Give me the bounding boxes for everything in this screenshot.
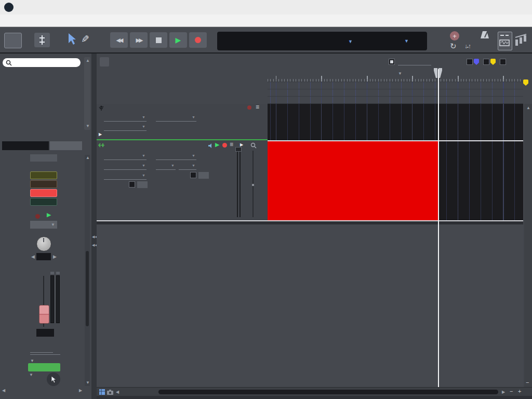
conductor-expand-icon[interactable]: ▶ [99, 132, 102, 137]
automation-record-icon[interactable] [35, 214, 40, 219]
sequence-editor-view-button[interactable] [498, 32, 512, 50]
edit-layer-button[interactable] [100, 57, 109, 66]
play-button[interactable]: ▶ [169, 32, 187, 48]
h-zoom-in-button[interactable]: + [518, 388, 521, 394]
audio-input-dropdown[interactable]: ▼ [156, 152, 196, 160]
audio-record-icon[interactable] [222, 143, 227, 148]
grid-snap-checkbox[interactable] [389, 59, 395, 65]
search-box[interactable] [3, 58, 81, 67]
pan-value[interactable] [36, 253, 51, 260]
fader-tool-button[interactable] [34, 33, 50, 47]
vertical-zoom-minus[interactable]: − [526, 379, 529, 385]
pencil-tool-button[interactable]: ✎ [81, 33, 89, 45]
panel-divider[interactable]: ◀◀ ◀◀ [91, 54, 97, 399]
strip-track-name-button[interactable] [28, 363, 60, 371]
playhead-line[interactable] [438, 69, 439, 387]
vertical-scrollbar[interactable]: ▲ [524, 104, 532, 387]
zoom-magnifier-icon[interactable] [250, 142, 257, 149]
fader-handle[interactable] [39, 305, 49, 324]
rewind-button[interactable]: ◀◀ [110, 32, 128, 48]
output-dropdown[interactable]: ▼ [30, 345, 59, 364]
strip-scroll-down-icon[interactable]: ▼ [86, 381, 90, 385]
daw-window: ✎ ◀◀ ▶▶ ▶ ▼ ▼ + ↻ ↓•↑ [0, 0, 532, 399]
h-scroll-right-icon[interactable]: ▶ [502, 390, 505, 394]
strip-scrollbar[interactable]: ▲ ▼ [85, 155, 90, 386]
stop-button[interactable] [150, 32, 167, 48]
pan-right-arrow-icon[interactable]: ▶ [53, 254, 57, 259]
tool-cursor-badge[interactable] [47, 373, 60, 386]
fast-forward-button[interactable]: ▶▶ [130, 32, 148, 48]
monitor-speaker-icon[interactable] [208, 143, 214, 149]
audio-soundbite[interactable] [268, 141, 438, 220]
monitor-input-field[interactable] [30, 354, 60, 355]
transpose-checkbox[interactable] [190, 172, 196, 178]
measure-ruler[interactable] [268, 69, 523, 76]
audio-play-icon[interactable]: ▶ [215, 141, 219, 148]
midi-editor-view-button[interactable] [514, 33, 528, 50]
tree-scrollbar[interactable]: ▲ ▼ [84, 57, 90, 130]
track-volume-fader[interactable] [237, 147, 241, 217]
conductor-grid-band[interactable] [268, 82, 523, 104]
audio-take-dropdown[interactable]: ▼ [104, 172, 147, 180]
tempo-caret[interactable]: ▼ [404, 38, 409, 44]
rec-button[interactable] [30, 189, 57, 197]
punch-in-out-button[interactable]: ↓•↑ [464, 43, 471, 50]
conductor-meter-dropdown[interactable]: ▼ [104, 114, 147, 122]
metronome-button[interactable] [480, 31, 489, 42]
track-name-caret[interactable]: ▼ [29, 373, 33, 377]
detune-value[interactable] [137, 181, 148, 188]
strip-scroll-left-icon[interactable]: ◀ [2, 389, 5, 393]
conductor-icon [99, 105, 104, 111]
strip-scrollbar-thumb[interactable] [86, 251, 89, 326]
strip-scroll-up-icon[interactable]: ▲ [86, 156, 90, 160]
track-zoom-thumb[interactable] [252, 184, 254, 186]
loop-button[interactable]: ↻ [450, 42, 457, 51]
tree-scroll-up-icon[interactable]: ▲ [86, 59, 90, 63]
pan-knob[interactable] [36, 236, 51, 251]
pan-left-arrow-icon[interactable]: ◀ [31, 254, 35, 259]
record-button[interactable] [189, 32, 207, 48]
tab-master[interactable] [50, 141, 82, 150]
transpose-value[interactable] [198, 172, 209, 179]
audio-insert-dropdown[interactable]: ▼ [179, 162, 196, 170]
volume-value[interactable] [36, 329, 54, 337]
tab-channel-strip[interactable] [2, 141, 49, 150]
audio-expand-icon[interactable]: ▶ [240, 142, 243, 147]
track-fader-handle[interactable] [235, 147, 242, 152]
empty-track-area[interactable] [97, 224, 523, 387]
marker-yellow-checkbox[interactable] [483, 59, 489, 65]
strip-scroll-right-icon[interactable]: ▶ [79, 389, 82, 393]
pointer-tool-button[interactable] [66, 33, 77, 48]
input-button[interactable] [30, 198, 57, 206]
search-input[interactable] [12, 59, 76, 66]
conductor-menu-icon[interactable]: ≡ [256, 103, 259, 111]
h-zoom-out-button[interactable]: − [510, 388, 513, 394]
conductor-record-icon[interactable] [247, 105, 251, 110]
fader-scale [29, 274, 38, 322]
soundbite-dropdown[interactable]: ▼ [104, 152, 147, 160]
automation-mode-dropdown[interactable]: ▼ [30, 221, 57, 229]
conductor-take-dropdown[interactable]: ▼ [104, 123, 147, 131]
snapshot-camera-icon[interactable] [107, 390, 113, 395]
automation-play-icon[interactable]: ▶ [47, 211, 51, 218]
tree-scroll-down-icon[interactable]: ▼ [86, 124, 90, 128]
strip-name-field[interactable] [30, 154, 57, 162]
memory-end-marker-icon[interactable] [523, 79, 528, 86]
track-grid-view-icon[interactable] [99, 389, 105, 395]
h-scroll-left-icon[interactable]: ◀ [116, 390, 119, 394]
audio-auto-dropdown[interactable]: ▼ [156, 162, 176, 170]
audio-menu-icon[interactable]: ≡ [230, 141, 233, 148]
audio-output-dropdown[interactable]: ▼ [104, 162, 147, 170]
counter-format-caret[interactable]: ▼ [348, 39, 353, 44]
detune-checkbox[interactable] [129, 181, 135, 188]
marker-blue-checkbox[interactable] [467, 59, 473, 65]
counter-display[interactable]: ▼ ▼ [217, 32, 427, 50]
conductor-insert-dropdown[interactable]: ▼ [156, 114, 196, 122]
v-scroll-up-icon[interactable]: ▲ [526, 106, 530, 110]
mute-button[interactable] [30, 180, 57, 188]
solo-button[interactable] [30, 171, 57, 179]
horizontal-scrollbar-thumb[interactable] [158, 390, 498, 394]
add-memory-button[interactable]: + [450, 31, 459, 41]
relative-checkbox[interactable] [500, 59, 506, 65]
track-layout-button[interactable] [4, 33, 22, 48]
